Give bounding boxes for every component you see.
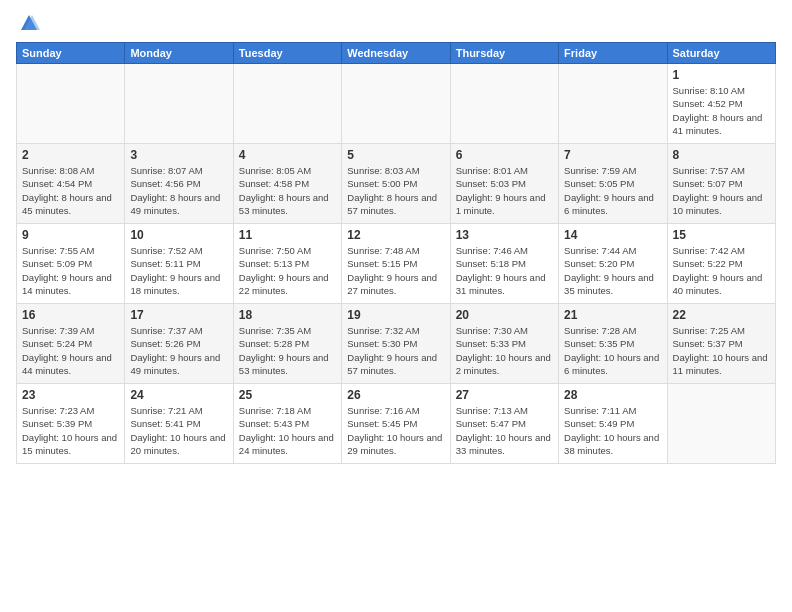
day-number: 5 — [347, 148, 444, 162]
day-number: 12 — [347, 228, 444, 242]
day-info: Sunrise: 7:35 AMSunset: 5:28 PMDaylight:… — [239, 324, 336, 377]
weekday-header-sunday: Sunday — [17, 43, 125, 64]
day-info: Sunrise: 7:52 AMSunset: 5:11 PMDaylight:… — [130, 244, 227, 297]
week-row-3: 9Sunrise: 7:55 AMSunset: 5:09 PMDaylight… — [17, 224, 776, 304]
week-row-5: 23Sunrise: 7:23 AMSunset: 5:39 PMDayligh… — [17, 384, 776, 464]
calendar-cell: 4Sunrise: 8:05 AMSunset: 4:58 PMDaylight… — [233, 144, 341, 224]
day-info: Sunrise: 7:32 AMSunset: 5:30 PMDaylight:… — [347, 324, 444, 377]
day-number: 22 — [673, 308, 770, 322]
calendar-cell: 26Sunrise: 7:16 AMSunset: 5:45 PMDayligh… — [342, 384, 450, 464]
logo — [16, 12, 40, 34]
day-number: 4 — [239, 148, 336, 162]
day-number: 24 — [130, 388, 227, 402]
day-number: 25 — [239, 388, 336, 402]
day-info: Sunrise: 8:07 AMSunset: 4:56 PMDaylight:… — [130, 164, 227, 217]
weekday-header-monday: Monday — [125, 43, 233, 64]
day-info: Sunrise: 8:08 AMSunset: 4:54 PMDaylight:… — [22, 164, 119, 217]
day-info: Sunrise: 7:28 AMSunset: 5:35 PMDaylight:… — [564, 324, 661, 377]
calendar-cell — [125, 64, 233, 144]
calendar-cell — [667, 384, 775, 464]
day-number: 13 — [456, 228, 553, 242]
weekday-header-thursday: Thursday — [450, 43, 558, 64]
day-number: 6 — [456, 148, 553, 162]
day-number: 23 — [22, 388, 119, 402]
day-info: Sunrise: 7:18 AMSunset: 5:43 PMDaylight:… — [239, 404, 336, 457]
calendar-cell: 7Sunrise: 7:59 AMSunset: 5:05 PMDaylight… — [559, 144, 667, 224]
weekday-header-saturday: Saturday — [667, 43, 775, 64]
weekday-header-row: SundayMondayTuesdayWednesdayThursdayFrid… — [17, 43, 776, 64]
calendar: SundayMondayTuesdayWednesdayThursdayFrid… — [16, 42, 776, 464]
week-row-2: 2Sunrise: 8:08 AMSunset: 4:54 PMDaylight… — [17, 144, 776, 224]
calendar-cell: 19Sunrise: 7:32 AMSunset: 5:30 PMDayligh… — [342, 304, 450, 384]
calendar-cell: 10Sunrise: 7:52 AMSunset: 5:11 PMDayligh… — [125, 224, 233, 304]
day-info: Sunrise: 8:01 AMSunset: 5:03 PMDaylight:… — [456, 164, 553, 217]
day-info: Sunrise: 7:25 AMSunset: 5:37 PMDaylight:… — [673, 324, 770, 377]
day-info: Sunrise: 7:21 AMSunset: 5:41 PMDaylight:… — [130, 404, 227, 457]
day-number: 9 — [22, 228, 119, 242]
calendar-cell: 20Sunrise: 7:30 AMSunset: 5:33 PMDayligh… — [450, 304, 558, 384]
calendar-cell: 6Sunrise: 8:01 AMSunset: 5:03 PMDaylight… — [450, 144, 558, 224]
day-info: Sunrise: 7:13 AMSunset: 5:47 PMDaylight:… — [456, 404, 553, 457]
calendar-cell: 24Sunrise: 7:21 AMSunset: 5:41 PMDayligh… — [125, 384, 233, 464]
logo-icon — [18, 12, 40, 34]
day-info: Sunrise: 8:03 AMSunset: 5:00 PMDaylight:… — [347, 164, 444, 217]
calendar-cell: 13Sunrise: 7:46 AMSunset: 5:18 PMDayligh… — [450, 224, 558, 304]
day-info: Sunrise: 7:57 AMSunset: 5:07 PMDaylight:… — [673, 164, 770, 217]
day-number: 15 — [673, 228, 770, 242]
calendar-cell: 12Sunrise: 7:48 AMSunset: 5:15 PMDayligh… — [342, 224, 450, 304]
day-info: Sunrise: 7:37 AMSunset: 5:26 PMDaylight:… — [130, 324, 227, 377]
weekday-header-friday: Friday — [559, 43, 667, 64]
day-number: 2 — [22, 148, 119, 162]
day-info: Sunrise: 7:44 AMSunset: 5:20 PMDaylight:… — [564, 244, 661, 297]
calendar-cell: 3Sunrise: 8:07 AMSunset: 4:56 PMDaylight… — [125, 144, 233, 224]
day-info: Sunrise: 7:59 AMSunset: 5:05 PMDaylight:… — [564, 164, 661, 217]
weekday-header-wednesday: Wednesday — [342, 43, 450, 64]
day-number: 18 — [239, 308, 336, 322]
weekday-header-tuesday: Tuesday — [233, 43, 341, 64]
calendar-cell — [233, 64, 341, 144]
week-row-1: 1Sunrise: 8:10 AMSunset: 4:52 PMDaylight… — [17, 64, 776, 144]
calendar-cell — [17, 64, 125, 144]
day-info: Sunrise: 7:46 AMSunset: 5:18 PMDaylight:… — [456, 244, 553, 297]
day-info: Sunrise: 7:42 AMSunset: 5:22 PMDaylight:… — [673, 244, 770, 297]
day-number: 1 — [673, 68, 770, 82]
calendar-cell: 9Sunrise: 7:55 AMSunset: 5:09 PMDaylight… — [17, 224, 125, 304]
calendar-cell — [342, 64, 450, 144]
day-number: 8 — [673, 148, 770, 162]
calendar-cell: 2Sunrise: 8:08 AMSunset: 4:54 PMDaylight… — [17, 144, 125, 224]
week-row-4: 16Sunrise: 7:39 AMSunset: 5:24 PMDayligh… — [17, 304, 776, 384]
calendar-cell: 5Sunrise: 8:03 AMSunset: 5:00 PMDaylight… — [342, 144, 450, 224]
day-info: Sunrise: 7:39 AMSunset: 5:24 PMDaylight:… — [22, 324, 119, 377]
page: SundayMondayTuesdayWednesdayThursdayFrid… — [0, 0, 792, 612]
calendar-cell: 8Sunrise: 7:57 AMSunset: 5:07 PMDaylight… — [667, 144, 775, 224]
calendar-cell: 21Sunrise: 7:28 AMSunset: 5:35 PMDayligh… — [559, 304, 667, 384]
day-number: 21 — [564, 308, 661, 322]
calendar-cell: 16Sunrise: 7:39 AMSunset: 5:24 PMDayligh… — [17, 304, 125, 384]
day-number: 27 — [456, 388, 553, 402]
calendar-cell: 18Sunrise: 7:35 AMSunset: 5:28 PMDayligh… — [233, 304, 341, 384]
day-info: Sunrise: 7:30 AMSunset: 5:33 PMDaylight:… — [456, 324, 553, 377]
day-number: 14 — [564, 228, 661, 242]
day-info: Sunrise: 8:10 AMSunset: 4:52 PMDaylight:… — [673, 84, 770, 137]
day-info: Sunrise: 8:05 AMSunset: 4:58 PMDaylight:… — [239, 164, 336, 217]
calendar-cell — [559, 64, 667, 144]
calendar-cell: 11Sunrise: 7:50 AMSunset: 5:13 PMDayligh… — [233, 224, 341, 304]
header — [16, 12, 776, 34]
day-info: Sunrise: 7:48 AMSunset: 5:15 PMDaylight:… — [347, 244, 444, 297]
day-info: Sunrise: 7:16 AMSunset: 5:45 PMDaylight:… — [347, 404, 444, 457]
day-number: 7 — [564, 148, 661, 162]
day-number: 19 — [347, 308, 444, 322]
day-info: Sunrise: 7:55 AMSunset: 5:09 PMDaylight:… — [22, 244, 119, 297]
day-number: 11 — [239, 228, 336, 242]
day-number: 3 — [130, 148, 227, 162]
calendar-cell: 23Sunrise: 7:23 AMSunset: 5:39 PMDayligh… — [17, 384, 125, 464]
day-number: 16 — [22, 308, 119, 322]
calendar-cell: 28Sunrise: 7:11 AMSunset: 5:49 PMDayligh… — [559, 384, 667, 464]
calendar-cell: 25Sunrise: 7:18 AMSunset: 5:43 PMDayligh… — [233, 384, 341, 464]
calendar-cell: 14Sunrise: 7:44 AMSunset: 5:20 PMDayligh… — [559, 224, 667, 304]
day-number: 28 — [564, 388, 661, 402]
day-info: Sunrise: 7:50 AMSunset: 5:13 PMDaylight:… — [239, 244, 336, 297]
day-number: 26 — [347, 388, 444, 402]
calendar-cell: 27Sunrise: 7:13 AMSunset: 5:47 PMDayligh… — [450, 384, 558, 464]
day-number: 10 — [130, 228, 227, 242]
